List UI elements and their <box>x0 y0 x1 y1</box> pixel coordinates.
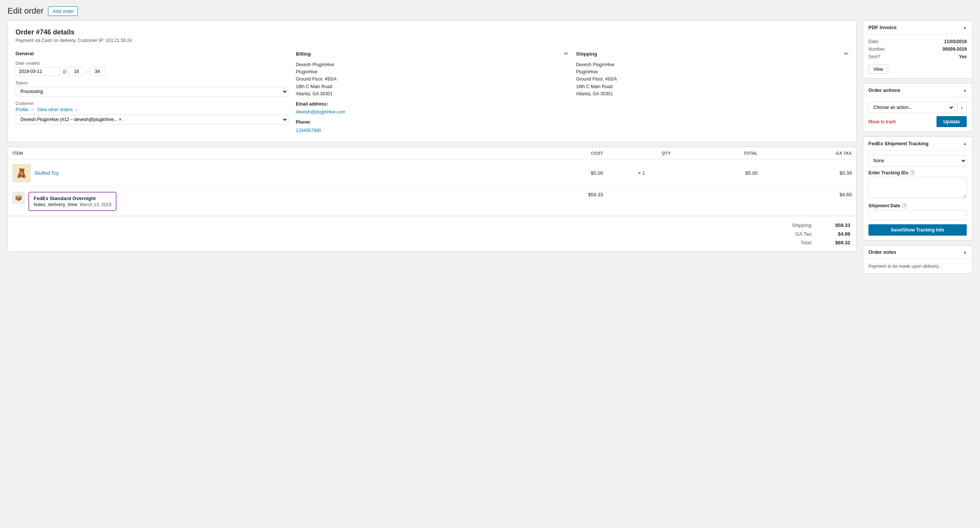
order-subtitle: Payment via Cash on delivery. Customer I… <box>16 38 849 43</box>
pdf-invoice-collapse-icon[interactable]: ▲ <box>963 25 967 30</box>
tracking-ids-textarea[interactable] <box>869 177 967 198</box>
items-table: Item Cost Qty Total GA Tax 🧸 Stuffed Toy <box>8 147 856 216</box>
billing-city-state: Atlanta, GA 30301 <box>296 91 568 98</box>
tracking-ids-help-icon[interactable]: ? <box>910 170 915 175</box>
move-to-trash-link[interactable]: Move to trash <box>869 119 896 124</box>
shipment-date-input[interactable] <box>869 210 967 221</box>
order-notes-preview: Payment to be made upon delivery... <box>869 264 967 269</box>
shipment-date-label: Shipment Date ? <box>869 203 967 208</box>
other-orders-link[interactable]: View other orders → <box>37 107 78 112</box>
pdf-sent-row: Sent? Yes <box>869 54 967 59</box>
billing-company: PluginHive <box>296 68 568 76</box>
pdf-invoice-title: PDF Invoice <box>869 25 896 30</box>
shipping-tax: $4.60 <box>762 187 856 216</box>
shipping-edit-icon[interactable]: ✏ <box>844 51 849 57</box>
save-tracking-button[interactable]: Save/Show Tracking Info <box>869 224 967 235</box>
fedex-tracking-title: FedEx Shipment Tracking <box>869 141 929 146</box>
item-link[interactable]: Stuffed Toy <box>34 170 59 176</box>
billing-address1: Ground Floor, 493/A <box>296 76 568 83</box>
item-cost: $5.00 <box>517 159 608 187</box>
general-section: General Date created: @ : Status: Proces… <box>16 51 288 134</box>
order-details-card: Order #746 details Payment via Cash on d… <box>8 21 857 142</box>
order-title: Order #746 details <box>16 29 849 36</box>
right-column: PDF Invoice ▲ Date: 11/03/2019 Number: 0… <box>863 21 972 274</box>
order-actions-collapse-icon[interactable]: ▲ <box>963 88 967 92</box>
order-action-select[interactable]: Choose an action... <box>869 102 955 113</box>
pdf-invoice-card: PDF Invoice ▲ Date: 11/03/2019 Number: 0… <box>863 21 972 79</box>
time-minute-input[interactable] <box>89 67 105 76</box>
billing-name: Devesh PluginHive <box>296 61 568 68</box>
pdf-invoice-header: PDF Invoice ▲ <box>863 21 972 34</box>
pdf-date-row: Date: 11/03/2019 <box>869 39 967 44</box>
shipping-address1: Ground Floor, 493/A <box>576 76 849 83</box>
shipping-total <box>675 187 762 216</box>
shipping-meta: fedex_delivery_time: March 13, 2019 <box>33 202 111 207</box>
items-table-header: Item Cost Qty Total GA Tax <box>8 147 856 160</box>
order-notes-card: Order notes ▲ Payment to be made upon de… <box>863 245 972 274</box>
status-label: Status: <box>16 81 288 85</box>
totals-section: Shipping: $59.33 GA Tax: $4.99 Total: $6… <box>8 216 856 251</box>
billing-phone-label: Phone: <box>296 119 568 126</box>
tracking-ids-label: Enter Tracking IDs ? <box>869 170 967 175</box>
pdf-number-label: Number: <box>869 46 886 52</box>
add-order-button[interactable]: Add order <box>48 6 78 16</box>
order-actions-card: Order actions ▲ Choose an action... › Mo… <box>863 83 972 132</box>
totals-total-value: $69.32 <box>827 240 850 245</box>
billing-email-label: Email address: <box>296 100 568 108</box>
item-total: $5.00 <box>675 159 762 187</box>
order-notes-body: Payment to be made upon delivery... <box>863 259 972 274</box>
billing-edit-icon[interactable]: ✏ <box>564 51 568 57</box>
totals-ga-tax-row: GA Tax: $4.99 <box>14 230 850 238</box>
order-actions-header: Order actions ▲ <box>863 84 972 97</box>
item-thumbnail: 🧸 <box>13 164 31 182</box>
shipping-method-box: FedEx Standard Overnight fedex_delivery_… <box>29 192 116 211</box>
general-section-label: General <box>16 51 288 56</box>
billing-phone[interactable]: 1234567890 <box>296 128 321 133</box>
time-hour-input[interactable] <box>68 67 85 76</box>
col-qty: Qty <box>608 147 676 160</box>
totals-ga-tax-value: $4.99 <box>827 231 850 237</box>
shipping-name: Devesh PluginHive <box>576 61 849 68</box>
pdf-date-value: 11/03/2019 <box>944 39 967 44</box>
order-notes-header: Order notes ▲ <box>863 245 972 259</box>
pdf-invoice-body: Date: 11/03/2019 Number: 00009-2019 Sent… <box>863 34 972 78</box>
totals-ga-tax-label: GA Tax: <box>782 231 813 237</box>
shipping-method-name: FedEx Standard Overnight <box>33 196 111 201</box>
pdf-view-button[interactable]: View <box>869 65 888 74</box>
col-ga-tax: GA Tax <box>762 147 856 160</box>
shipping-line-row: 📦 FedEx Standard Overnight fedex_deliver… <box>8 187 856 216</box>
shipment-date-help-icon[interactable]: ? <box>902 203 907 208</box>
shipping-address2: 18th C Main Road <box>576 83 849 91</box>
shipping-cost: $59.33 <box>517 187 608 216</box>
date-input[interactable] <box>16 67 61 76</box>
col-total: Total <box>675 147 762 160</box>
item-qty: × 1 <box>608 159 676 187</box>
totals-shipping-row: Shipping: $59.33 <box>14 221 850 230</box>
order-actions-title: Order actions <box>869 87 900 93</box>
customer-links: Profile → View other orders → <box>16 107 288 112</box>
status-select[interactable]: Processing <box>16 87 288 97</box>
billing-address2: 18th C Main Road <box>296 83 568 91</box>
shipping-qty <box>608 187 676 216</box>
shipping-company: PluginHive <box>576 68 849 76</box>
totals-total-row: Total: $69.32 <box>14 238 850 247</box>
totals-total-label: Total: <box>782 240 813 245</box>
update-button[interactable]: Update <box>937 116 967 127</box>
table-row: 🧸 Stuffed Toy $5.00 × 1 $5.00 $0.39 <box>8 159 856 187</box>
billing-email[interactable]: devesh@pluginhive.com <box>296 109 345 115</box>
fedex-service-select[interactable]: None <box>869 155 967 166</box>
order-notes-collapse-icon[interactable]: ▲ <box>963 250 967 254</box>
item-tax: $0.39 <box>762 159 856 187</box>
col-item: Item <box>8 147 517 160</box>
pdf-sent-label: Sent? <box>869 54 880 59</box>
order-actions-body: Choose an action... › Move to trash Upda… <box>863 97 972 132</box>
customer-select[interactable]: Devesh PluginHive (#12 – devesh@pluginhi… <box>16 115 288 124</box>
fedex-tracking-card: FedEx Shipment Tracking ▲ None Enter Tra… <box>863 137 972 240</box>
billing-section-label: Billing ✏ <box>296 51 568 57</box>
profile-link[interactable]: Profile → <box>16 107 34 112</box>
date-row: @ : <box>16 67 288 76</box>
main-layout: Order #746 details Payment via Cash on d… <box>0 21 980 281</box>
fedex-tracking-collapse-icon[interactable]: ▲ <box>963 142 967 146</box>
run-action-button[interactable]: › <box>957 102 967 113</box>
col-cost: Cost <box>517 147 608 160</box>
